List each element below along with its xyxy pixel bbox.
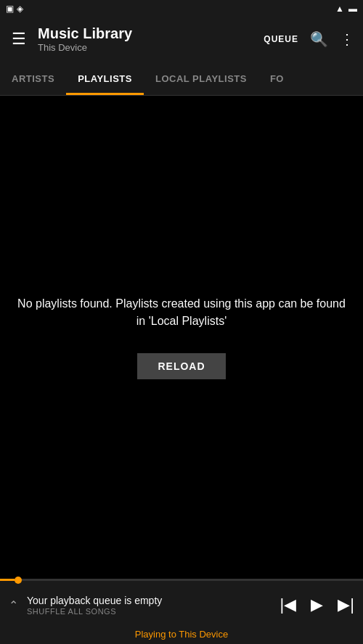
- player-shuffle-text: SHUFFLE ALL SONGS: [27, 607, 280, 616]
- player-progress-fill: [0, 579, 15, 581]
- player-info: Your playback queue is empty SHUFFLE ALL…: [27, 594, 280, 616]
- status-bar-right: ▲ ▬: [335, 4, 357, 14]
- empty-playlists-message: No playlists found. Playlists created us…: [0, 295, 363, 330]
- player-queue-text: Your playback queue is empty: [27, 594, 280, 607]
- hamburger-menu-icon[interactable]: ☰: [9, 27, 29, 51]
- wifi-icon: ▲: [335, 4, 344, 14]
- player-bar: ⌃ Your playback queue is empty SHUFFLE A…: [0, 579, 363, 644]
- player-controls: |◀ ▶ ▶|: [280, 595, 354, 614]
- app-icon: ◈: [17, 4, 23, 14]
- header: ☰ Music Library This Device QUEUE 🔍 ⋮: [0, 17, 363, 61]
- player-progress-bar[interactable]: [0, 579, 363, 581]
- player-main: ⌃ Your playback queue is empty SHUFFLE A…: [0, 581, 363, 629]
- battery-icon: ▬: [348, 4, 357, 14]
- tab-artists[interactable]: ARTISTS: [0, 65, 66, 95]
- header-actions: QUEUE 🔍 ⋮: [264, 30, 354, 48]
- notification-icon: ▣: [6, 4, 14, 14]
- player-expand-icon[interactable]: ⌃: [9, 598, 18, 612]
- status-bar: ▣ ◈ ▲ ▬: [0, 0, 363, 17]
- header-subtitle: This Device: [38, 42, 255, 54]
- search-icon[interactable]: 🔍: [310, 30, 328, 48]
- more-options-icon[interactable]: ⋮: [340, 30, 354, 48]
- tab-more[interactable]: FO: [258, 65, 295, 95]
- player-next-button[interactable]: ▶|: [338, 595, 354, 614]
- player-playing-text: Playing to This Device: [0, 629, 363, 644]
- page-title: Music Library: [38, 25, 255, 42]
- tab-playlists[interactable]: PLAYLISTS: [66, 65, 144, 95]
- reload-button[interactable]: RELOAD: [137, 353, 225, 379]
- header-title-block: Music Library This Device: [38, 25, 255, 54]
- player-play-button[interactable]: ▶: [311, 595, 323, 614]
- main-content: No playlists found. Playlists created us…: [0, 96, 363, 579]
- player-progress-dot: [15, 577, 22, 584]
- queue-button[interactable]: QUEUE: [264, 34, 298, 44]
- status-bar-left: ▣ ◈: [6, 4, 23, 14]
- tab-local-playlists[interactable]: LOCAL PLAYLISTS: [144, 65, 258, 95]
- tabs-bar: ARTISTS PLAYLISTS LOCAL PLAYLISTS FO: [0, 61, 363, 96]
- player-previous-button[interactable]: |◀: [280, 595, 297, 614]
